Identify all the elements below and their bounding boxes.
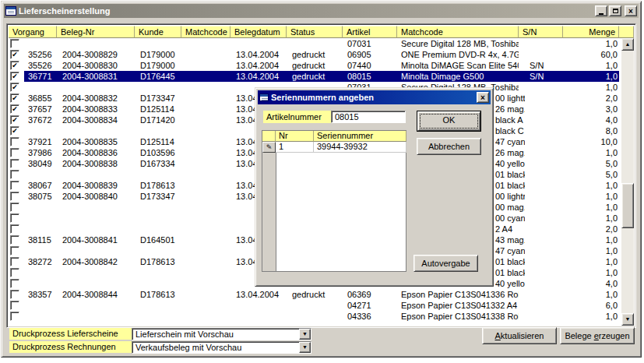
row-checkbox[interactable] <box>10 279 19 288</box>
row-checkbox[interactable]: ✔ <box>10 126 19 136</box>
row-checkbox[interactable] <box>10 213 19 223</box>
autovergabe-button[interactable]: Autovergabe <box>413 255 478 272</box>
row-checkbox[interactable] <box>10 148 19 157</box>
chevron-down-icon[interactable]: ▼ <box>299 329 311 340</box>
column-header-vorgang[interactable]: Vorgang <box>9 26 57 38</box>
grid-cell-nr[interactable]: 1 <box>276 142 314 153</box>
maximize-icon <box>613 9 618 13</box>
column-header-kunde[interactable]: Kunde <box>135 26 181 38</box>
cell-frag: 00 lightt <box>495 93 525 104</box>
table-row[interactable]: ✔367712004-3008831D17644513.04.2004gedru… <box>9 71 621 82</box>
minimize-button[interactable] <box>595 5 607 16</box>
cell-vorgang: 37672 <box>28 115 62 125</box>
dialog-titlebar: Seriennummern angeben × <box>258 90 491 104</box>
cell-vorgang: 38075 <box>28 191 62 202</box>
cell-frag: 01 black <box>495 267 525 278</box>
table-row[interactable]: 07031Secure Digital 128 MB, Toshiba1,0 <box>9 38 621 49</box>
cell-frag: 26 mag. <box>495 104 525 115</box>
cell-kunde: D125114 <box>140 104 185 115</box>
cell-beleg_nr: 2004-3008835 <box>62 136 136 147</box>
cell-beleg_nr: 2004-3008833 <box>62 104 136 115</box>
abbrechen-button[interactable]: Abbrechen <box>417 138 481 155</box>
row-checkbox[interactable] <box>10 268 19 277</box>
row-checkbox[interactable] <box>10 159 19 168</box>
cell-vorgang: 37657 <box>28 104 62 115</box>
row-checkbox[interactable]: ✔ <box>10 61 19 70</box>
cell-beleg_nr: 2004-3008832 <box>62 93 136 104</box>
grid-column-nr[interactable]: Nr <box>276 131 314 142</box>
row-checkbox[interactable]: ✔ <box>10 50 19 59</box>
artikelnummer-label: Artikelnummer <box>263 111 331 123</box>
row-checkbox[interactable]: ✔ <box>10 104 19 114</box>
column-header-menge[interactable]: Menge <box>563 26 619 38</box>
row-checkbox[interactable]: ✔ <box>10 93 19 103</box>
table-row[interactable]: 04336Epson Papier C13S041338 Rolle1,0 <box>9 311 621 322</box>
seriennummern-grid: Nr Seriennummer ✎ 1 39944-39932 <box>262 130 406 272</box>
row-checkbox[interactable] <box>10 137 19 146</box>
row-checkbox[interactable] <box>10 181 19 190</box>
row-checkbox[interactable] <box>10 312 19 321</box>
druckprozess-lieferscheine-combobox[interactable]: Lieferschein mit Vorschau ▼ <box>132 328 311 340</box>
column-header-belegdatum[interactable]: Belegdatum <box>231 26 287 38</box>
column-header-blank[interactable] <box>619 26 634 38</box>
row-checkbox[interactable]: ✔ <box>10 72 19 81</box>
cell-frag: 26 mag. <box>495 147 525 158</box>
minimize-icon <box>599 13 604 15</box>
row-checkbox[interactable] <box>10 246 19 256</box>
row-checkbox[interactable] <box>10 170 19 179</box>
cell-frag: 43 mag. <box>495 234 525 245</box>
close-icon: × <box>480 94 485 101</box>
aktualisieren-button[interactable]: Aktualisieren <box>482 327 557 344</box>
column-header-beleg-nr[interactable]: Beleg-Nr <box>57 26 135 38</box>
cell-menge: 1,0 <box>554 213 618 224</box>
combo-value: Verkaufsbeleg mit Vorschau <box>135 342 241 353</box>
row-checkbox[interactable] <box>10 301 19 310</box>
artikelnummer-field[interactable]: 08015 <box>331 111 406 123</box>
grid-cell-seriennummer[interactable]: 39944-39932 <box>314 142 406 153</box>
scroll-down-button[interactable]: ▼ <box>621 313 634 326</box>
dialog-close-button[interactable]: × <box>477 92 489 103</box>
cell-status: gedruckt <box>292 60 340 71</box>
row-checkbox[interactable] <box>10 290 19 299</box>
maximize-button[interactable] <box>609 5 621 16</box>
druckprozess-rechnungen-combobox[interactable]: Verkaufsbeleg mit Vorschau ▼ <box>132 341 311 354</box>
table-row[interactable]: 383572004-3008844D17861313.04.2004gedruc… <box>9 289 621 300</box>
chevron-down-icon[interactable]: ▼ <box>299 342 311 353</box>
cell-beleg_nr: 2004-3008842 <box>62 256 136 267</box>
cell-matchcode2: Secure Digital 128 MB, Toshiba <box>401 38 519 49</box>
grid-column-seriennummer[interactable]: Seriennummer <box>314 131 406 142</box>
belege-erzeugen-button[interactable]: Belege erzeugen <box>560 327 635 344</box>
cell-beleg_nr: 2004-3008836 <box>62 147 136 158</box>
cell-vorgang: 38115 <box>28 234 62 245</box>
cell-vorgang: 38272 <box>28 256 62 267</box>
cell-status: gedruckt <box>292 49 340 60</box>
ok-button[interactable]: OK <box>417 111 481 132</box>
column-header-matchcode[interactable]: Matchcode <box>181 26 231 38</box>
scroll-up-button[interactable]: ▲ <box>621 38 634 51</box>
column-header-artikel[interactable]: Artikel <box>343 26 397 38</box>
table-row[interactable]: 04271Epson Papier C13S041332 A46,0 <box>9 300 621 311</box>
cell-frag: black A <box>495 115 525 125</box>
table-row[interactable]: ✔355262004-3008830D17900013.04.2004gedru… <box>9 60 621 71</box>
row-checkbox[interactable] <box>10 235 19 245</box>
column-header-matchcode[interactable]: Matchcode <box>397 26 519 38</box>
cell-kunde: D179000 <box>140 49 185 60</box>
column-header-status[interactable]: Status <box>287 26 343 38</box>
cell-kunde: D178613 <box>140 180 185 191</box>
close-button[interactable]: × <box>625 5 637 16</box>
cell-menge: 1,0 <box>554 71 618 82</box>
row-checkbox[interactable] <box>10 257 19 266</box>
cell-frag: 40 yello <box>495 278 525 289</box>
row-checkbox[interactable] <box>10 192 19 201</box>
row-checkbox[interactable]: ✔ <box>10 83 19 92</box>
row-checkbox[interactable]: ✔ <box>10 115 19 125</box>
cell-vorgang: 38357 <box>28 289 62 300</box>
row-checkbox[interactable] <box>10 39 19 48</box>
vertical-scrollbar[interactable]: ▲ ▼ <box>621 38 634 326</box>
column-header-s-n[interactable]: S/N <box>519 26 563 38</box>
cell-artikel: 04271 <box>347 300 396 311</box>
table-row[interactable]: ✔352562004-3008829D17900013.04.2004gedru… <box>9 49 621 60</box>
row-checkbox[interactable] <box>10 203 19 212</box>
row-checkbox[interactable] <box>10 224 19 234</box>
scrollbar-thumb[interactable] <box>621 183 634 228</box>
